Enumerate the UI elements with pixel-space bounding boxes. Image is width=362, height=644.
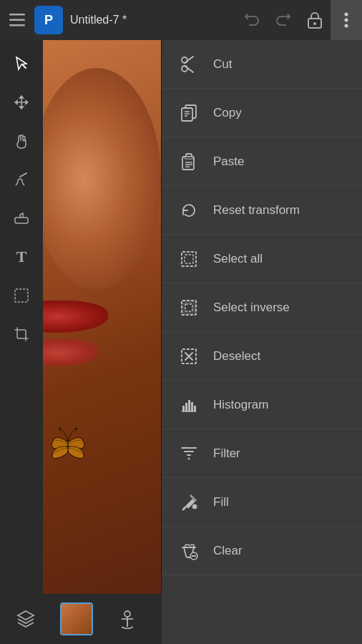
app-logo: P	[34, 6, 63, 34]
redo-button[interactable]	[268, 0, 299, 40]
logo-text: P	[44, 13, 53, 28]
svg-rect-36	[188, 400, 190, 411]
deselect-icon	[176, 343, 202, 369]
fill-icon	[176, 489, 202, 515]
context-dropdown-menu: Cut Copy Paste	[162, 40, 362, 644]
crop-tool-button[interactable]	[4, 316, 39, 352]
svg-rect-22	[185, 157, 193, 159]
histogram-icon	[176, 392, 202, 418]
filter-menu-item[interactable]: Filter	[162, 429, 362, 478]
svg-point-13	[75, 428, 78, 431]
select-tool-button[interactable]	[4, 46, 39, 82]
paste-label: Paste	[213, 155, 244, 169]
eraser-tool-button[interactable]	[4, 200, 39, 236]
fill-menu-item[interactable]: Fill	[162, 478, 362, 527]
svg-rect-10	[15, 289, 28, 302]
svg-rect-17	[182, 108, 192, 121]
svg-point-39	[188, 457, 190, 459]
svg-point-6	[345, 19, 348, 22]
layers-bottom-button[interactable]	[8, 601, 44, 637]
svg-point-7	[345, 24, 348, 28]
select-inverse-label: Select inverse	[213, 301, 290, 315]
histogram-label: Histogram	[213, 398, 268, 412]
copy-menu-item[interactable]: Copy	[162, 89, 362, 137]
svg-rect-35	[185, 403, 187, 411]
marquee-tool-button[interactable]	[4, 278, 39, 313]
select-all-menu-item[interactable]: Select all	[162, 235, 362, 283]
app-header: P Untitled-7 *	[0, 0, 362, 40]
hamburger-menu-button[interactable]	[0, 0, 34, 40]
hand-tool-button[interactable]	[4, 123, 39, 159]
fill-label: Fill	[213, 495, 229, 509]
move-tool-button[interactable]	[4, 84, 39, 120]
svg-point-4	[313, 22, 316, 25]
svg-rect-26	[182, 252, 196, 266]
reset-transform-icon	[176, 197, 202, 223]
svg-point-5	[345, 13, 348, 16]
svg-rect-38	[194, 406, 196, 411]
svg-line-8	[20, 173, 26, 177]
clear-icon	[176, 538, 202, 564]
copy-icon	[176, 100, 202, 126]
more-options-button[interactable]	[331, 0, 362, 40]
select-inverse-icon	[176, 295, 202, 321]
lock-button[interactable]	[299, 0, 331, 40]
svg-point-40	[192, 504, 197, 509]
deselect-label: Deselect	[213, 349, 260, 364]
svg-rect-37	[191, 402, 193, 411]
cut-label: Cut	[213, 57, 232, 72]
brush-tool-button[interactable]	[4, 162, 39, 197]
deselect-menu-item[interactable]: Deselect	[162, 332, 362, 381]
svg-rect-34	[182, 406, 185, 411]
cut-icon	[176, 52, 202, 77]
svg-rect-2	[9, 24, 25, 26]
reset-transform-label: Reset transform	[213, 203, 300, 218]
svg-rect-9	[15, 218, 28, 223]
paste-menu-item[interactable]: Paste	[162, 137, 362, 186]
left-toolbar: T	[0, 40, 43, 594]
layer-thumbnail[interactable]	[60, 602, 93, 635]
copy-label: Copy	[213, 106, 242, 120]
header-actions	[236, 0, 362, 40]
filter-icon	[176, 441, 202, 467]
filter-label: Filter	[213, 447, 240, 461]
svg-rect-1	[9, 19, 25, 21]
reset-transform-menu-item[interactable]: Reset transform	[162, 186, 362, 235]
document-title: Untitled-7 *	[70, 14, 236, 26]
text-tool-icon: T	[16, 248, 27, 266]
histogram-menu-item[interactable]: Histogram	[162, 381, 362, 429]
cut-menu-item[interactable]: Cut	[162, 40, 362, 89]
select-all-label: Select all	[213, 252, 263, 266]
svg-point-44	[124, 611, 130, 617]
clear-menu-item[interactable]: Clear	[162, 527, 362, 575]
text-tool-button[interactable]: T	[4, 239, 39, 275]
butterfly-decoration	[43, 426, 93, 465]
svg-rect-27	[185, 255, 193, 263]
svg-rect-0	[9, 14, 25, 16]
anchor-bottom-button[interactable]	[109, 601, 145, 637]
svg-point-12	[59, 428, 62, 431]
select-all-icon	[176, 246, 202, 272]
select-inverse-menu-item[interactable]: Select inverse	[162, 283, 362, 332]
paste-icon	[176, 149, 202, 175]
undo-button[interactable]	[236, 0, 268, 40]
clear-label: Clear	[213, 544, 243, 558]
svg-rect-29	[185, 304, 192, 311]
